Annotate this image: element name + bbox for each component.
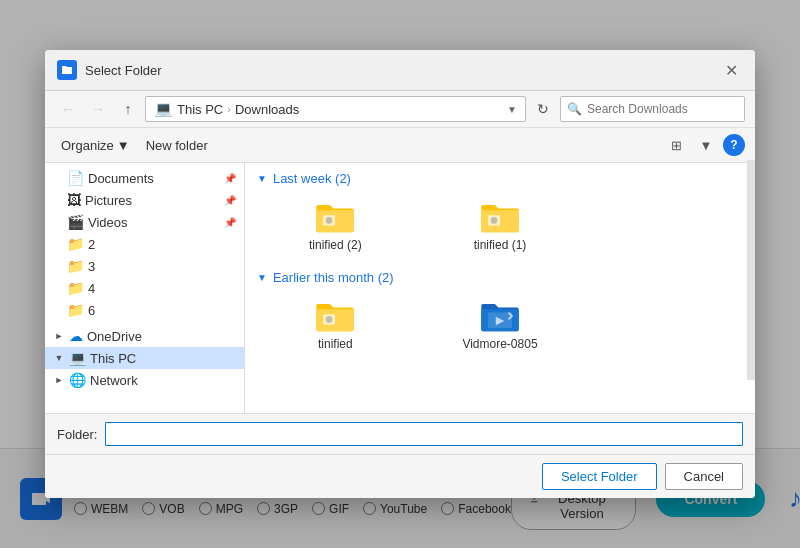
- search-input[interactable]: [560, 96, 745, 122]
- breadcrumb-bar[interactable]: 💻 This PC › Downloads ▼: [145, 96, 526, 122]
- sidebar-item-pictures[interactable]: 🖼 Pictures 📌: [45, 189, 244, 211]
- sidebar-item-label: Documents: [88, 171, 154, 186]
- sidebar-item-label: 2: [88, 237, 95, 252]
- sidebar-item-onedrive[interactable]: ► ☁ OneDrive: [45, 325, 244, 347]
- sidebar-item-label: OneDrive: [87, 329, 142, 344]
- breadcrumb-chevron-icon: ▼: [507, 104, 517, 115]
- nav-bar: ← → ↑ 💻 This PC › Downloads ▼ ↻ 🔍: [45, 91, 755, 128]
- view-chevron-button[interactable]: ▼: [693, 132, 719, 158]
- folder-icon-tinified1: [479, 200, 521, 234]
- svg-point-4: [326, 217, 333, 224]
- pin-icon-2: 📌: [224, 195, 236, 206]
- select-folder-dialog: Select Folder ✕ ← → ↑ 💻 This PC › Downlo…: [45, 50, 755, 498]
- folder-icon-vidmore: [479, 299, 521, 333]
- breadcrumb-downloads: Downloads: [235, 102, 299, 117]
- videos-icon: 🎬: [67, 214, 84, 230]
- sidebar-item-label: This PC: [90, 351, 136, 366]
- sidebar-item-label: Videos: [88, 215, 128, 230]
- breadcrumb-this-pc: This PC: [177, 102, 223, 117]
- sidebar-item-label: 6: [88, 303, 95, 318]
- network-icon: 🌐: [69, 372, 86, 388]
- file-tinified1[interactable]: tinified (1): [422, 194, 579, 258]
- folder-2-icon: 📁: [67, 236, 84, 252]
- file-name: Vidmore-0805: [462, 337, 537, 351]
- file-name: tinified: [318, 337, 353, 351]
- view-button[interactable]: ⊞: [663, 132, 689, 158]
- section-label-2: Earlier this month (2): [273, 270, 394, 285]
- dialog-title-text: Select Folder: [85, 63, 162, 78]
- onedrive-icon: ☁: [69, 328, 83, 344]
- sidebar-item-6[interactable]: 📁 6: [45, 299, 244, 321]
- file-name: tinified (1): [474, 238, 527, 252]
- dialog-title-left: Select Folder: [57, 60, 162, 80]
- organize-chevron-icon: ▼: [117, 138, 130, 153]
- sidebar-item-videos[interactable]: 🎬 Videos 📌: [45, 211, 244, 233]
- breadcrumb-pc-icon: 💻: [154, 100, 173, 118]
- this-pc-icon: 💻: [69, 350, 86, 366]
- right-panel: ▼ Last week (2) tinified (2): [245, 163, 755, 413]
- cancel-button[interactable]: Cancel: [665, 463, 743, 490]
- file-name: tinified (2): [309, 238, 362, 252]
- file-vidmore[interactable]: Vidmore-0805: [422, 293, 579, 357]
- folder-input[interactable]: [105, 422, 743, 446]
- this-pc-expand-icon: ▼: [53, 352, 65, 364]
- search-container: 🔍: [560, 96, 745, 122]
- file-tinified[interactable]: tinified: [257, 293, 414, 357]
- sidebar-item-network[interactable]: ► 🌐 Network: [45, 369, 244, 391]
- section-earlier-month[interactable]: ▼ Earlier this month (2): [257, 270, 743, 285]
- section-chevron-icon: ▼: [257, 173, 267, 184]
- sidebar-item-this-pc[interactable]: ▼ 💻 This PC: [45, 347, 244, 369]
- toolbar: Organize ▼ New folder ⊞ ▼ ?: [45, 128, 755, 163]
- files-grid-earlier: tinified Vidmore-0805: [257, 293, 743, 357]
- files-grid-last-week: tinified (2) tinified (1): [257, 194, 743, 258]
- pin-icon: 📌: [224, 173, 236, 184]
- dialog-title-icon: [57, 60, 77, 80]
- sidebar-item-2[interactable]: 📁 2: [45, 233, 244, 255]
- dialog-close-button[interactable]: ✕: [719, 58, 743, 82]
- nav-up-button[interactable]: ↑: [115, 96, 141, 122]
- sidebar-item-label: Pictures: [85, 193, 132, 208]
- nav-forward-button[interactable]: →: [85, 96, 111, 122]
- section-last-week[interactable]: ▼ Last week (2): [257, 171, 743, 186]
- folder-icon-tinified: [314, 299, 356, 333]
- folder-4-icon: 📁: [67, 280, 84, 296]
- onedrive-expand-icon: ►: [53, 330, 65, 342]
- dialog-body: 📄 Documents 📌 🖼 Pictures 📌 🎬 Videos 📌 📁: [45, 163, 755, 413]
- organize-button[interactable]: Organize ▼: [55, 136, 136, 155]
- dialog-buttons: Select Folder Cancel: [45, 454, 755, 498]
- dialog-titlebar: Select Folder ✕: [45, 50, 755, 91]
- svg-point-10: [326, 316, 333, 323]
- sidebar-item-label: Network: [90, 373, 138, 388]
- documents-icon: 📄: [67, 170, 84, 186]
- select-folder-button[interactable]: Select Folder: [542, 463, 657, 490]
- network-expand-icon: ►: [53, 374, 65, 386]
- sidebar-item-label: 4: [88, 281, 95, 296]
- sidebar-item-4[interactable]: 📁 4: [45, 277, 244, 299]
- folder-field-bar: Folder:: [45, 413, 755, 454]
- sidebar-item-3[interactable]: 📁 3: [45, 255, 244, 277]
- folder-icon-tinified2: [314, 200, 356, 234]
- file-tinified2[interactable]: tinified (2): [257, 194, 414, 258]
- pictures-icon: 🖼: [67, 192, 81, 208]
- section-label: Last week (2): [273, 171, 351, 186]
- sidebar-item-label: 3: [88, 259, 95, 274]
- folder-label: Folder:: [57, 427, 97, 442]
- help-button[interactable]: ?: [723, 134, 745, 156]
- modal-overlay: Select Folder ✕ ← → ↑ 💻 This PC › Downlo…: [0, 0, 800, 548]
- folder-3-icon: 📁: [67, 258, 84, 274]
- search-icon: 🔍: [567, 102, 582, 116]
- sidebar-item-documents[interactable]: 📄 Documents 📌: [45, 167, 244, 189]
- svg-point-7: [491, 217, 498, 224]
- nav-back-button[interactable]: ←: [55, 96, 81, 122]
- pin-icon-3: 📌: [224, 217, 236, 228]
- section-chevron-icon-2: ▼: [257, 272, 267, 283]
- folder-6-icon: 📁: [67, 302, 84, 318]
- refresh-button[interactable]: ↻: [530, 96, 556, 122]
- left-panel: 📄 Documents 📌 🖼 Pictures 📌 🎬 Videos 📌 📁: [45, 163, 245, 413]
- new-folder-button[interactable]: New folder: [140, 136, 214, 155]
